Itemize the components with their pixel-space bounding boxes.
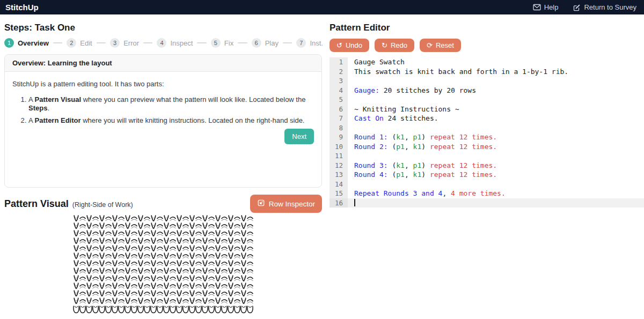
line-number: 7 xyxy=(330,114,348,123)
line-number: 14 xyxy=(330,180,348,189)
editor-line[interactable]: 6~ Knitting Instructions ~ xyxy=(330,105,644,114)
code-line-text: Repeat Rounds 3 and 4, 4 more times. xyxy=(348,189,644,198)
pattern-editor-panel: Pattern Editor ↺ Undo ↻ Redo ⟳ Reset 1Ga… xyxy=(323,14,644,207)
code-line-text: Gauge Swatch xyxy=(348,57,644,67)
line-number: 16 xyxy=(330,198,348,208)
text-cursor xyxy=(354,199,355,206)
editor-line[interactable]: 15Repeat Rounds 3 and 4, 4 more times. xyxy=(330,189,644,198)
pattern-visual-subtitle: (Right-Side of Work) xyxy=(72,199,133,209)
step-number: 5 xyxy=(211,38,221,48)
line-number: 12 xyxy=(330,161,348,170)
overview-intro: StitchUp is a pattern editing tool. It h… xyxy=(12,80,314,88)
step-4-inspect: 4 Inspect xyxy=(157,38,193,48)
line-number: 6 xyxy=(330,105,348,114)
inspect-cursor-icon xyxy=(257,199,265,209)
editor-line[interactable]: 5 xyxy=(330,95,644,105)
code-line-text xyxy=(348,151,644,161)
top-navbar: StitchUp Help Return to Survey xyxy=(0,0,644,14)
step-connector xyxy=(238,42,247,43)
app-title: StitchUp xyxy=(5,3,39,12)
pattern-visual-title: Pattern Visual xyxy=(4,198,69,210)
editor-line[interactable]: 2This swatch is knit back and forth in a… xyxy=(330,67,644,77)
step-1-overview: 1 Overview xyxy=(4,38,49,48)
code-line-text: Gauge: 20 stitches by 20 rows xyxy=(348,86,644,95)
step-label: Edit xyxy=(80,39,92,47)
pattern-editor-title: Pattern Editor xyxy=(330,22,644,34)
line-number: 2 xyxy=(330,67,348,77)
step-number: 6 xyxy=(252,38,261,48)
step-connector xyxy=(143,42,152,43)
code-line-text: Cast On 24 stitches. xyxy=(348,114,644,123)
editor-line[interactable]: 16 xyxy=(330,198,644,208)
editor-line[interactable]: 4Gauge: 20 stitches by 20 rows xyxy=(330,86,644,95)
stepper: 1 Overview 2 Edit 3 Error 4 Inspect 5 Fi… xyxy=(4,38,323,48)
code-line-text: Round 3: (k1, p1) repeat 12 times. xyxy=(348,161,644,170)
code-line-text: Round 4: (p1, k1) repeat 12 times. xyxy=(348,170,644,180)
step-label: Play xyxy=(265,39,279,47)
step-label: Overview xyxy=(18,39,49,47)
step-number: 2 xyxy=(67,38,76,48)
return-to-survey-link[interactable]: Return to Survey xyxy=(573,3,636,11)
step-label: Error xyxy=(123,39,139,47)
line-number: 9 xyxy=(330,132,348,142)
editor-line[interactable]: 9Round 1: (k1, p1) repeat 12 times. xyxy=(330,132,644,142)
step-number: 3 xyxy=(110,38,120,48)
step-connector xyxy=(283,42,292,43)
editor-line[interactable]: 14 xyxy=(330,180,644,189)
redo-button[interactable]: ↻ Redo xyxy=(375,39,414,52)
next-button[interactable]: Next xyxy=(284,129,314,144)
step-3-error: 3 Error xyxy=(110,38,139,48)
undo-button[interactable]: ↺ Undo xyxy=(330,39,369,52)
step-label: Inst. xyxy=(310,39,323,47)
code-line-text: This swatch is knit back and forth in a … xyxy=(348,67,644,77)
overview-card-title: Overview: Learning the layout xyxy=(5,55,321,72)
step-number: 1 xyxy=(4,38,14,48)
envelope-icon xyxy=(533,4,541,11)
step-label: Fix xyxy=(224,39,233,47)
step-7-inst: 7 Inst. xyxy=(296,38,323,48)
editor-line[interactable]: 11 xyxy=(330,151,644,161)
editor-line[interactable]: 13Round 4: (p1, k1) repeat 12 times. xyxy=(330,170,644,180)
code-line-text xyxy=(348,198,644,208)
steps-panel: Steps: Task One 1 Overview 2 Edit 3 Erro… xyxy=(0,14,323,317)
knit-pattern-visual xyxy=(73,215,253,315)
overview-card: Overview: Learning the layout StitchUp i… xyxy=(4,54,322,188)
code-line-text: ~ Knitting Instructions ~ xyxy=(348,105,644,114)
line-number: 8 xyxy=(330,123,348,133)
code-line-text xyxy=(348,123,644,133)
reset-button[interactable]: ⟳ Reset xyxy=(420,39,461,52)
redo-icon: ↻ xyxy=(382,42,387,49)
step-5-fix: 5 Fix xyxy=(211,38,233,48)
overview-list-item-1: A Pattern Visual where you can preview w… xyxy=(28,95,314,113)
line-number: 10 xyxy=(330,142,348,152)
step-number: 7 xyxy=(296,38,306,48)
editor-toolbar: ↺ Undo ↻ Redo ⟳ Reset xyxy=(330,39,644,52)
step-label: Inspect xyxy=(170,39,193,47)
code-editor[interactable]: 1Gauge Swatch2This swatch is knit back a… xyxy=(330,57,644,207)
code-line-text xyxy=(348,180,644,189)
line-number: 11 xyxy=(330,151,348,161)
step-connector xyxy=(97,42,106,43)
editor-line[interactable]: 10Round 2: (p1, k1) repeat 12 times. xyxy=(330,142,644,152)
edit-square-icon xyxy=(573,4,581,11)
editor-line[interactable]: 7Cast On 24 stitches. xyxy=(330,114,644,123)
code-line-text: Round 1: (k1, p1) repeat 12 times. xyxy=(348,132,644,142)
line-number: 4 xyxy=(330,86,348,95)
step-number: 4 xyxy=(157,38,166,48)
line-number: 15 xyxy=(330,189,348,198)
step-2-edit: 2 Edit xyxy=(67,38,92,48)
editor-line[interactable]: 1Gauge Swatch xyxy=(330,57,644,67)
step-connector xyxy=(53,42,62,43)
editor-line[interactable]: 12Round 3: (k1, p1) repeat 12 times. xyxy=(330,161,644,170)
code-line-text xyxy=(348,76,644,86)
step-connector xyxy=(197,42,206,43)
row-inspector-button[interactable]: Row Inspector xyxy=(250,195,322,213)
reset-icon: ⟳ xyxy=(427,42,433,49)
line-number: 13 xyxy=(330,170,348,180)
code-line-text: Round 2: (p1, k1) repeat 12 times. xyxy=(348,142,644,152)
step-6-play: 6 Play xyxy=(252,38,279,48)
editor-line[interactable]: 8 xyxy=(330,123,644,133)
steps-title: Steps: Task One xyxy=(4,22,323,34)
editor-line[interactable]: 3 xyxy=(330,76,644,86)
help-link[interactable]: Help xyxy=(533,3,559,11)
